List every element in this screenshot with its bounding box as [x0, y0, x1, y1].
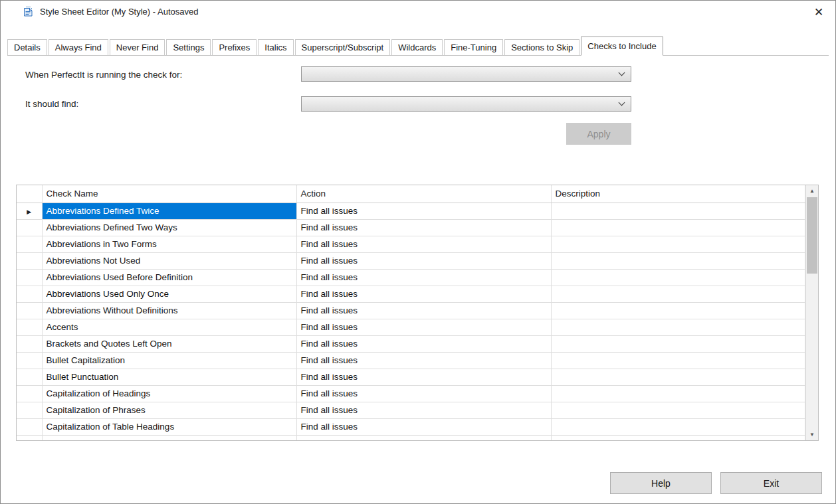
row-selector-cell[interactable] — [17, 435, 42, 440]
check-name-cell[interactable]: Abbreviations Used Only Once — [42, 286, 296, 302]
action-cell[interactable]: Find all issues — [296, 286, 551, 302]
tab-italics[interactable]: Italics — [258, 39, 293, 55]
row-selector-cell[interactable] — [17, 302, 42, 319]
action-cell[interactable]: Find all issues — [296, 302, 551, 319]
check-name-cell[interactable]: Capitalization of Headings — [42, 385, 296, 402]
should-find-dropdown[interactable] — [301, 96, 631, 112]
action-cell[interactable]: Find all issues — [296, 319, 551, 335]
action-cell[interactable]: Find all issues — [296, 203, 551, 219]
check-name-cell[interactable]: Abbreviations Not Used — [42, 252, 296, 269]
row-selector-cell[interactable] — [17, 269, 42, 286]
table-row[interactable]: Abbreviations Defined Two WaysFind all i… — [17, 219, 805, 236]
tab-sections-to-skip[interactable]: Sections to Skip — [504, 39, 579, 55]
action-cell[interactable]: Find all issues — [296, 402, 551, 418]
check-name-cell[interactable]: Capitalization of Table Headings — [42, 418, 296, 435]
action-cell[interactable]: Find all issues — [296, 435, 551, 440]
action-cell[interactable]: Find all issues — [296, 219, 551, 236]
description-cell[interactable] — [551, 236, 805, 252]
action-cell[interactable]: Find all issues — [296, 269, 551, 286]
table-row[interactable]: Bullet PunctuationFind all issues — [17, 369, 805, 385]
tab-never-find[interactable]: Never Find — [110, 39, 165, 55]
close-icon[interactable]: ✕ — [811, 4, 827, 20]
table-row[interactable]: Bullet CapitalizationFind all issues — [17, 352, 805, 369]
apply-button[interactable]: Apply — [566, 123, 631, 145]
check-name-cell[interactable]: Bullet Capitalization — [42, 352, 296, 369]
description-cell[interactable] — [551, 418, 805, 435]
tab-prefixes[interactable]: Prefixes — [212, 39, 257, 55]
table-row[interactable]: Capitalization of HeadingsFind all issue… — [17, 385, 805, 402]
row-selector-cell[interactable] — [17, 418, 42, 435]
check-name-cell[interactable]: Brackets and Quotes Left Open — [42, 335, 296, 352]
chevron-down-icon — [619, 100, 625, 106]
check-name-cell[interactable]: Abbreviations Used Before Definition — [42, 269, 296, 286]
row-selector-cell[interactable] — [17, 286, 42, 302]
column-header-action[interactable]: Action — [296, 185, 551, 203]
action-cell[interactable]: Find all issues — [296, 335, 551, 352]
check-name-cell[interactable]: Abbreviations Defined Twice — [42, 203, 296, 219]
row-selector-cell[interactable] — [17, 252, 42, 269]
description-cell[interactable] — [551, 302, 805, 319]
table-row[interactable]: Abbreviations Without DefinitionsFind al… — [17, 302, 805, 319]
description-cell[interactable] — [551, 435, 805, 440]
tab-wildcards[interactable]: Wildcards — [391, 39, 443, 55]
row-selector-cell[interactable] — [17, 402, 42, 418]
tab-superscript-subscript[interactable]: Superscript/Subscript — [295, 39, 391, 55]
action-cell[interactable]: Find all issues — [296, 418, 551, 435]
tab-always-find[interactable]: Always Find — [49, 39, 108, 55]
check-for-dropdown[interactable] — [301, 66, 631, 82]
help-button[interactable]: Help — [610, 472, 712, 494]
tab-details[interactable]: Details — [7, 39, 47, 55]
row-selector-cell[interactable] — [17, 319, 42, 335]
action-cell[interactable]: Find all issues — [296, 252, 551, 269]
action-cell[interactable]: Find all issues — [296, 385, 551, 402]
tab-fine-tuning[interactable]: Fine-Tuning — [444, 39, 503, 55]
description-cell[interactable] — [551, 252, 805, 269]
scrollbar-thumb[interactable] — [807, 197, 817, 274]
table-row[interactable]: Capitalization of Table HeadingsFind all… — [17, 418, 805, 435]
description-cell[interactable] — [551, 402, 805, 418]
row-selector-cell[interactable] — [17, 385, 42, 402]
table-row[interactable]: ▶Abbreviations Defined TwiceFind all iss… — [17, 203, 805, 219]
check-name-cell[interactable]: Capitalization of Phrases — [42, 402, 296, 418]
scrollbar-down-icon[interactable]: ▼ — [806, 429, 818, 440]
row-selector-cell[interactable] — [17, 352, 42, 369]
row-selector-cell[interactable] — [17, 236, 42, 252]
column-header-check-name[interactable]: Check Name — [42, 185, 296, 203]
row-selector-cell[interactable] — [17, 369, 42, 385]
description-cell[interactable] — [551, 219, 805, 236]
table-row[interactable]: AccentsFind all issues — [17, 319, 805, 335]
table-row[interactable]: Brackets and Quotes Left OpenFind all is… — [17, 335, 805, 352]
table-row[interactable]: Abbreviations Used Before DefinitionFind… — [17, 269, 805, 286]
table-row[interactable]: Abbreviations Not UsedFind all issues — [17, 252, 805, 269]
check-name-cell[interactable]: Abbreviations in Two Forms — [42, 236, 296, 252]
description-cell[interactable] — [551, 319, 805, 335]
check-name-cell[interactable]: Abbreviations Defined Two Ways — [42, 219, 296, 236]
action-cell[interactable]: Find all issues — [296, 236, 551, 252]
check-name-cell[interactable]: Comments Left in the Text — [42, 435, 296, 440]
column-header-description[interactable]: Description — [551, 185, 805, 203]
description-cell[interactable] — [551, 369, 805, 385]
table-row[interactable]: Comments Left in the TextFind all issues — [17, 435, 805, 440]
row-selector-cell[interactable]: ▶ — [17, 203, 42, 219]
tab-checks-to-include[interactable]: Checks to Include — [581, 37, 663, 56]
action-cell[interactable]: Find all issues — [296, 369, 551, 385]
row-selector-cell[interactable] — [17, 335, 42, 352]
tab-settings[interactable]: Settings — [166, 39, 211, 55]
table-row[interactable]: Capitalization of PhrasesFind all issues — [17, 402, 805, 418]
check-name-cell[interactable]: Abbreviations Without Definitions — [42, 302, 296, 319]
action-cell[interactable]: Find all issues — [296, 352, 551, 369]
description-cell[interactable] — [551, 385, 805, 402]
check-name-cell[interactable]: Bullet Punctuation — [42, 369, 296, 385]
description-cell[interactable] — [551, 286, 805, 302]
description-cell[interactable] — [551, 269, 805, 286]
description-cell[interactable] — [551, 335, 805, 352]
scrollbar-up-icon[interactable]: ▲ — [806, 185, 818, 197]
table-row[interactable]: Abbreviations in Two FormsFind all issue… — [17, 236, 805, 252]
description-cell[interactable] — [551, 352, 805, 369]
exit-button[interactable]: Exit — [720, 472, 822, 494]
row-selector-cell[interactable] — [17, 219, 42, 236]
description-cell[interactable] — [551, 203, 805, 219]
vertical-scrollbar[interactable]: ▲ ▼ — [805, 185, 818, 440]
table-row[interactable]: Abbreviations Used Only OnceFind all iss… — [17, 286, 805, 302]
check-name-cell[interactable]: Accents — [42, 319, 296, 335]
